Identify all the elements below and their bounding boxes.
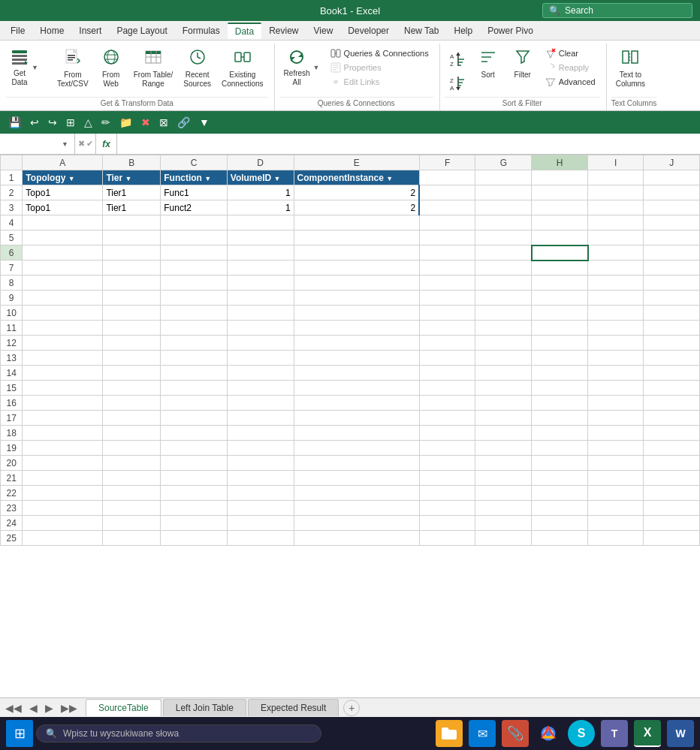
pencil-button[interactable]: ✏ [99,115,113,130]
sheet-nav-next[interactable]: ▶ [43,702,56,714]
cell-f3[interactable] [419,200,475,215]
row-header-3[interactable]: 3 [1,200,23,215]
sheet-nav-prev[interactable]: ◀ [27,702,40,714]
cell-d3[interactable]: 1 [227,200,294,215]
existing-connections-button[interactable]: ExistingConnections [217,45,268,92]
menu-developer[interactable]: Developer [340,23,397,38]
col-header-h[interactable]: H [532,155,588,170]
taskbar-mail[interactable]: ✉ [469,720,496,747]
edit-links-button[interactable]: Edit Links [326,75,433,89]
add-table-button[interactable]: ⊞ [64,115,77,130]
cell-i2[interactable] [588,185,644,200]
row-header-2[interactable]: 2 [1,185,23,200]
from-web-button[interactable]: FromWeb [95,45,128,92]
menu-page-layout[interactable]: Page Layout [109,23,174,38]
start-button[interactable]: ⊞ [6,720,33,747]
queries-connections-button[interactable]: Queries & Connections [326,47,433,60]
row-header-6[interactable]: 6 [1,245,23,261]
cell-b3[interactable]: Tier1 [103,200,161,215]
col-header-c[interactable]: C [161,155,227,170]
menu-insert[interactable]: Insert [71,23,109,38]
cell-i1[interactable] [588,170,644,185]
menu-review[interactable]: Review [261,23,306,38]
clear-button[interactable]: Clear [541,47,600,60]
menu-help[interactable]: Help [446,23,480,38]
cell-a1[interactable]: Topology ▼ [23,170,103,185]
close-red-button[interactable]: ✖ [139,115,152,130]
undo-button[interactable]: ↩ [28,115,41,130]
sheet-tab-left-join[interactable]: Left Join Table [163,699,246,716]
menu-data[interactable]: Data [228,23,261,39]
insert-function-button[interactable]: fx [102,139,110,149]
save-button[interactable]: 💾 [6,115,23,130]
redo-button[interactable]: ↪ [46,115,59,130]
cell-h2[interactable] [532,185,588,200]
menu-home[interactable]: Home [32,23,71,38]
taskbar-chrome[interactable] [535,720,562,747]
taskbar-file-explorer[interactable] [436,720,463,747]
cell-e1[interactable]: ComponentInstance ▼ [294,170,419,185]
cell-h1[interactable] [532,170,588,185]
col-header-j[interactable]: J [644,155,700,170]
advanced-filter-button[interactable]: Advanced [541,75,600,89]
sort-button[interactable]: Sort [472,45,505,83]
cell-g1[interactable] [475,170,532,185]
cell-j1[interactable] [644,170,700,185]
col-header-i[interactable]: I [588,155,644,170]
col-header-b[interactable]: B [103,155,161,170]
box-close-button[interactable]: ⊠ [157,115,170,130]
filter-button[interactable]: Filter [506,45,539,83]
recent-sources-button[interactable]: RecentSources [179,45,216,92]
search-box[interactable]: 🔍 Search [542,3,692,18]
properties-button[interactable]: Properties [326,61,433,74]
menu-formulas[interactable]: Formulas [175,23,228,38]
taskbar-excel[interactable]: X [634,720,661,747]
cell-j3[interactable] [644,200,700,215]
link-button[interactable]: 🔗 [175,115,192,130]
row-header-1[interactable]: 1 [1,170,23,185]
from-table-range-button[interactable]: From Table/Range [129,45,178,92]
confirm-formula-icon[interactable]: ✔ [86,139,93,149]
sheet-nav-first[interactable]: ◀◀ [3,702,24,714]
cell-f2[interactable] [419,185,475,200]
taskbar-skype[interactable]: S [568,720,595,747]
sheet-tab-expected-result[interactable]: Expected Result [248,699,339,716]
sort-za-button[interactable]: ZA [445,72,470,95]
menu-view[interactable]: View [306,23,341,38]
cell-a3[interactable]: Topo1 [23,200,103,215]
from-text-csv-button[interactable]: FromText/CSV [53,45,93,92]
cell-g2[interactable] [475,185,532,200]
reapply-button[interactable]: Reapply [541,61,600,74]
col-header-d[interactable]: D [227,155,294,170]
cell-f1[interactable] [419,170,475,185]
triangle-button[interactable]: △ [82,115,95,130]
cell-b1[interactable]: Tier ▼ [103,170,161,185]
menu-file[interactable]: File [3,23,32,38]
cell-h3[interactable] [532,200,588,215]
cell-c1[interactable]: Function ▼ [161,170,227,185]
selected-cell-h6[interactable] [532,245,588,261]
cell-c2[interactable]: Func1 [161,185,227,200]
cell-d1[interactable]: VolumeID ▼ [227,170,294,185]
cell-g3[interactable] [475,200,532,215]
cancel-formula-icon[interactable]: ✖ [78,139,85,149]
menu-new-tab[interactable]: New Tab [397,23,446,38]
sheet-tab-source-table[interactable]: SourceTable [86,699,161,716]
col-header-e[interactable]: E [294,155,419,170]
cell-j2[interactable] [644,185,700,200]
col-header-f[interactable]: F [419,155,475,170]
text-to-columns-button[interactable]: Text toColumns [611,45,650,92]
col-header-g[interactable]: G [475,155,532,170]
folder-button[interactable]: 📁 [117,115,134,130]
sheet-nav-last[interactable]: ▶▶ [59,702,80,714]
col-header-a[interactable]: A [23,155,103,170]
menu-power-pivot[interactable]: Power Pivo [480,23,541,38]
taskbar-app3[interactable]: 📎 [502,720,529,747]
cell-c3[interactable]: Funct2 [161,200,227,215]
taskbar-word[interactable]: W [667,720,694,747]
cell-e2[interactable]: 2 [294,185,419,200]
taskbar-search[interactable]: 🔍 Wpisz tu wyszukiwane słowa [36,724,321,742]
refresh-all-button[interactable]: RefreshAll ▼ [279,45,324,90]
cell-a2[interactable]: Topo1 [23,185,103,200]
add-sheet-button[interactable]: + [343,700,360,716]
